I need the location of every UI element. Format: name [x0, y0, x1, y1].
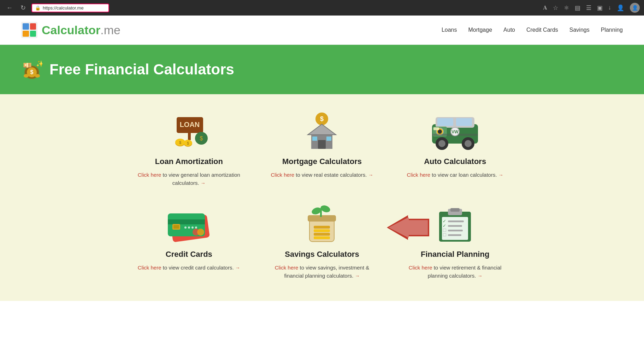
- planning-link[interactable]: Click here: [409, 265, 432, 271]
- svg-rect-72: [448, 234, 461, 236]
- svg-text:💴: 💴: [23, 61, 32, 69]
- mortgage-desc-text: to view real estate calculators.: [294, 172, 367, 178]
- auto-image: VW: [429, 112, 481, 151]
- svg-text:✓: ✓: [443, 219, 446, 224]
- logo-area[interactable]: Calculator.me: [21, 22, 120, 38]
- planning-icon: ✓ ✓ ☐ ☐: [432, 205, 478, 243]
- svg-rect-24: [312, 137, 317, 141]
- svg-text:VW: VW: [451, 129, 459, 134]
- auto-title: Auto Calculators: [424, 157, 486, 166]
- loan-title: Loan Amortization: [155, 157, 223, 166]
- mortgage-image: $: [295, 112, 348, 151]
- svg-marker-64: [389, 217, 428, 238]
- svg-point-48: [188, 226, 190, 229]
- main-content: LOAN $ $ $ Loan Amortization Click: [0, 94, 644, 301]
- loan-desc: Click here to view general loan amortiza…: [136, 171, 242, 187]
- loan-icon: LOAN $ $ $: [166, 112, 212, 151]
- calc-card-credit: Credit Cards Click here to view credit c…: [128, 205, 250, 280]
- svg-point-38: [465, 140, 472, 147]
- svg-rect-25: [326, 137, 331, 141]
- svg-text:✓: ✓: [443, 223, 446, 228]
- more-icon[interactable]: 👤: [617, 4, 624, 12]
- svg-rect-56: [314, 229, 330, 232]
- calculator-grid: LOAN $ $ $ Loan Amortization Click: [128, 112, 516, 280]
- collection-icon[interactable]: ▣: [597, 4, 603, 12]
- credit-desc-text: to view credit card calculators.: [161, 265, 234, 271]
- nav-reload-button[interactable]: ↻: [18, 2, 28, 13]
- logo-icon: [21, 22, 37, 38]
- calc-card-auto: VW Auto Calculators Click here to view c…: [394, 112, 516, 187]
- address-bar-wrapper[interactable]: 🔒: [31, 4, 109, 12]
- nav-loans[interactable]: Loans: [442, 27, 457, 33]
- svg-point-52: [197, 229, 204, 236]
- calc-card-savings: Savings Calculators Click here to view s…: [261, 205, 383, 280]
- bookmark-icon[interactable]: ☆: [553, 4, 558, 12]
- svg-marker-21: [308, 124, 336, 135]
- planning-arrow: →: [478, 273, 483, 279]
- savings-desc: Click here to view savings, investment &…: [269, 264, 375, 280]
- credit-arrow: →: [235, 265, 240, 271]
- savings-arrow: →: [355, 273, 360, 279]
- nav-planning[interactable]: Planning: [601, 27, 623, 33]
- extensions-icon[interactable]: ⚛: [564, 4, 569, 12]
- nav-auto[interactable]: Auto: [503, 27, 515, 33]
- mortgage-title: Mortgage Calculators: [282, 157, 362, 166]
- svg-point-47: [184, 226, 187, 229]
- loan-arrow: →: [201, 180, 206, 186]
- svg-rect-29: [437, 118, 453, 126]
- svg-point-49: [191, 226, 194, 229]
- hero-banner: $ ✨ 💴 Free Financial Calculators: [0, 45, 644, 94]
- planning-desc: Click here to view retirement & financia…: [402, 264, 508, 280]
- planning-title: Financial Planning: [421, 250, 489, 259]
- nav-mortgage[interactable]: Mortgage: [468, 27, 492, 33]
- svg-rect-44: [168, 219, 205, 224]
- auto-desc-text: to view car loan calculators.: [430, 172, 497, 178]
- address-bar[interactable]: [43, 5, 106, 11]
- loan-image: LOAN $ $ $: [163, 112, 215, 151]
- calc-card-mortgage: $ Mortgage Calculators Click here to vie…: [261, 112, 383, 187]
- svg-rect-58: [314, 236, 330, 239]
- svg-rect-69: [448, 220, 464, 222]
- loan-link[interactable]: Click here: [138, 172, 161, 178]
- savings-title: Savings Calculators: [285, 250, 359, 259]
- svg-point-4: [24, 74, 29, 78]
- font-size-icon[interactable]: 𝐀: [543, 4, 547, 11]
- credit-desc: Click here to view credit card calculato…: [138, 264, 240, 272]
- svg-text:$: $: [179, 140, 181, 145]
- svg-text:LOAN: LOAN: [179, 121, 200, 128]
- mortgage-link[interactable]: Click here: [271, 172, 295, 178]
- auto-arrow: →: [498, 172, 503, 178]
- planning-desc-text: to view retirement & financial planning …: [428, 265, 502, 279]
- lock-icon: 🔒: [35, 5, 41, 11]
- svg-rect-23: [318, 140, 326, 149]
- svg-point-50: [195, 226, 197, 229]
- svg-point-5: [35, 74, 40, 78]
- planning-image: ✓ ✓ ☐ ☐: [429, 205, 481, 243]
- calc-card-loan: LOAN $ $ $ Loan Amortization Click: [128, 112, 250, 187]
- browser-chrome: ← ↻ 🔒 𝐀 ☆ ⚛ ▤ ☰ ▣ ↓ 👤 👤: [0, 0, 644, 16]
- auto-desc: Click here to view car loan calculators.…: [407, 171, 503, 179]
- hero-money-icon: $ ✨ 💴: [21, 59, 42, 80]
- favorites-icon[interactable]: ☰: [586, 4, 591, 12]
- download-icon[interactable]: ↓: [608, 4, 611, 11]
- svg-rect-10: [188, 133, 191, 140]
- nav-back-button[interactable]: ←: [4, 3, 15, 13]
- reader-mode-icon[interactable]: ▤: [575, 4, 580, 12]
- mortgage-arrow: →: [368, 172, 373, 178]
- savings-link[interactable]: Click here: [275, 265, 299, 271]
- auto-link[interactable]: Click here: [407, 172, 431, 178]
- auto-icon: VW: [429, 112, 481, 151]
- nav-savings[interactable]: Savings: [569, 27, 590, 33]
- credit-icon: [163, 205, 215, 243]
- nav-credit-cards[interactable]: Credit Cards: [526, 27, 558, 33]
- red-arrow-annotation: [387, 215, 429, 240]
- savings-icon: [299, 205, 345, 243]
- avatar[interactable]: 👤: [630, 3, 640, 13]
- svg-rect-67: [450, 208, 460, 212]
- svg-text:☐: ☐: [443, 232, 447, 237]
- svg-rect-46: [173, 225, 179, 229]
- svg-rect-34: [433, 127, 439, 130]
- credit-link[interactable]: Click here: [138, 265, 161, 271]
- svg-rect-57: [314, 233, 330, 236]
- svg-text:✨: ✨: [36, 60, 42, 68]
